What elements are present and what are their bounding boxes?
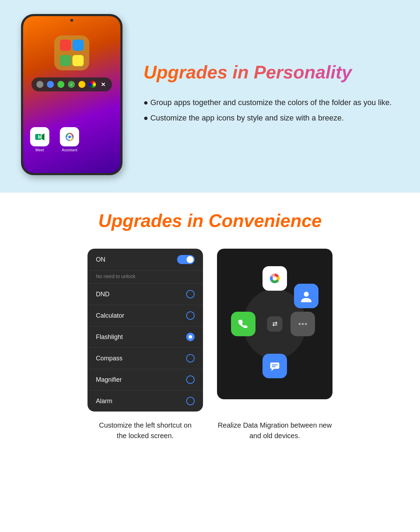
color-dot-x: ✕ bbox=[99, 81, 106, 88]
personality-title: Upgrades in Personality bbox=[144, 62, 399, 82]
more-icon bbox=[290, 312, 315, 336]
phone-app-icon bbox=[231, 312, 255, 336]
svg-point-21 bbox=[302, 323, 304, 325]
flashlight-label: Flashlight bbox=[96, 333, 123, 341]
svg-point-20 bbox=[299, 323, 301, 325]
settings-item-dnd[interactable]: DND bbox=[88, 284, 203, 305]
photos-icon bbox=[262, 266, 287, 291]
assistant-icon bbox=[60, 127, 79, 146]
compass-radio[interactable] bbox=[186, 354, 195, 362]
svg-point-22 bbox=[305, 323, 307, 325]
settings-item-compass[interactable]: Compass bbox=[88, 348, 203, 369]
top-text-area: Upgrades in Personality ● Group apps tog… bbox=[144, 62, 399, 127]
on-label: ON bbox=[96, 256, 105, 263]
color-dot-yellow bbox=[78, 81, 85, 88]
svg-text:M: M bbox=[38, 134, 42, 140]
flashlight-radio[interactable] bbox=[186, 333, 195, 341]
color-bar: ✓ ✕ bbox=[31, 77, 112, 91]
folder-app-4 bbox=[72, 55, 84, 66]
phone-folder bbox=[54, 35, 89, 70]
meet-icon: M bbox=[30, 127, 49, 146]
feature-list: ● Group apps together and customize the … bbox=[144, 96, 399, 124]
top-section: ✓ ✕ M bbox=[0, 0, 420, 193]
app-assistant: Assistant bbox=[60, 127, 79, 152]
alarm-radio[interactable] bbox=[186, 397, 195, 405]
toggle-switch[interactable] bbox=[177, 255, 195, 264]
settings-item-calculator[interactable]: Calculator bbox=[88, 305, 203, 326]
captions-row: Customize the left shortcut onthe locked… bbox=[21, 420, 399, 441]
messages-icon bbox=[262, 354, 287, 378]
svg-point-12 bbox=[304, 292, 309, 297]
svg-rect-15 bbox=[270, 362, 279, 369]
settings-item-magnifier[interactable]: Magnifier bbox=[88, 369, 203, 391]
color-dot-blue bbox=[47, 81, 54, 88]
convenience-title: Upgrades in Convenience bbox=[21, 210, 399, 231]
center-arrow-icon: ⇄ bbox=[267, 316, 282, 332]
phone-notch bbox=[70, 19, 73, 22]
meet-label: Meet bbox=[35, 148, 44, 152]
bottom-section: Upgrades in Convenience ON No need to un… bbox=[0, 193, 420, 462]
dnd-radio[interactable] bbox=[186, 290, 195, 298]
phone-screen: ✓ ✕ M bbox=[23, 16, 120, 173]
app-meet: M Meet bbox=[30, 127, 49, 152]
settings-item-flashlight[interactable]: Flashlight bbox=[88, 326, 203, 348]
magnifier-label: Magnifier bbox=[96, 376, 122, 384]
calculator-radio[interactable] bbox=[186, 311, 195, 320]
cards-row: ON No need to unlock DND Calculator Flas… bbox=[21, 249, 399, 412]
caption-right: Realize Data Migration between newand ol… bbox=[217, 420, 332, 441]
settings-item-alarm[interactable]: Alarm bbox=[88, 391, 203, 412]
toggle-knob bbox=[187, 256, 194, 263]
contacts-icon bbox=[294, 284, 318, 308]
settings-card: ON No need to unlock DND Calculator Flas… bbox=[88, 249, 203, 412]
settings-header: ON bbox=[88, 249, 203, 271]
folder-app-2 bbox=[72, 40, 84, 51]
color-dot-multicolor bbox=[89, 81, 96, 88]
svg-rect-13 bbox=[236, 317, 250, 331]
color-dot-check: ✓ bbox=[68, 81, 75, 88]
app-row: M Meet bbox=[30, 127, 79, 152]
feature-text-1: ● Group apps together and customize the … bbox=[144, 96, 392, 109]
alarm-label: Alarm bbox=[96, 398, 112, 405]
color-dot-green bbox=[57, 81, 64, 88]
settings-subtitle: No need to unlock bbox=[88, 271, 203, 284]
folder-app-3 bbox=[60, 55, 71, 66]
magnifier-radio[interactable] bbox=[186, 375, 195, 384]
assistant-label: Assistant bbox=[62, 148, 77, 152]
feature-text-2: ● Customize the app icons by style and s… bbox=[144, 112, 344, 124]
feature-item-2: ● Customize the app icons by style and s… bbox=[144, 112, 399, 124]
dnd-label: DND bbox=[96, 291, 110, 298]
svg-point-8 bbox=[68, 136, 71, 138]
caption-left: Customize the left shortcut onthe locked… bbox=[88, 420, 203, 441]
compass-label: Compass bbox=[96, 355, 122, 362]
feature-item-1: ● Group apps together and customize the … bbox=[144, 96, 399, 109]
radio-inner bbox=[189, 335, 192, 339]
switcher-card: ⇄ bbox=[217, 249, 332, 399]
folder-app-1 bbox=[60, 40, 71, 51]
color-dot-gray bbox=[36, 81, 43, 88]
phone-mockup: ✓ ✕ M bbox=[21, 14, 122, 175]
svg-point-10 bbox=[273, 276, 277, 281]
calculator-label: Calculator bbox=[96, 312, 124, 319]
